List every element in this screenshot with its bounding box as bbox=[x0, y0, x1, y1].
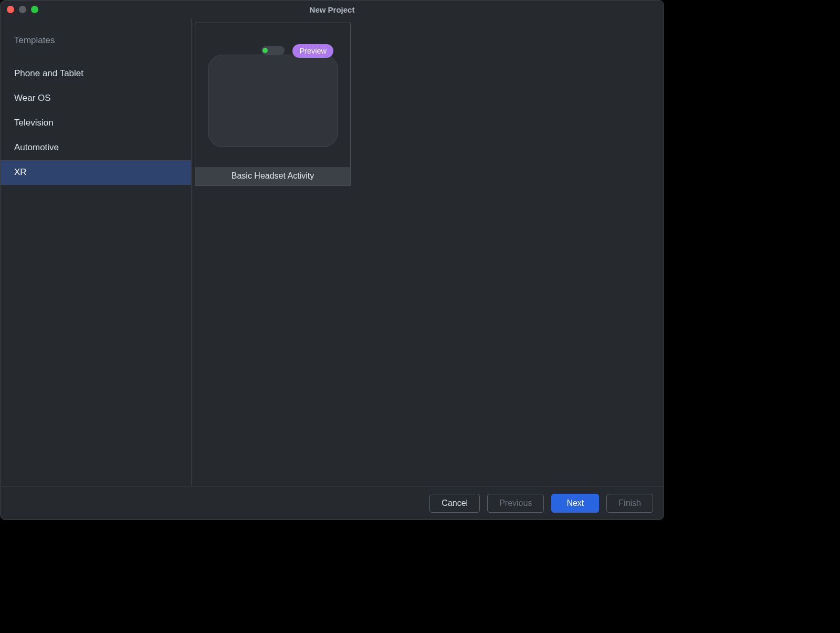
sidebar-item-phone-and-tablet[interactable]: Phone and Tablet bbox=[1, 61, 191, 86]
template-category-sidebar: Templates Phone and Tablet Wear OS Telev… bbox=[1, 18, 192, 486]
new-project-dialog: New Project Templates Phone and Tablet W… bbox=[0, 0, 664, 520]
sidebar-item-label: XR bbox=[14, 167, 27, 177]
window-controls bbox=[7, 6, 38, 13]
maximize-window-button[interactable] bbox=[31, 6, 38, 13]
dialog-footer: Cancel Previous Next Finish bbox=[1, 486, 664, 520]
sidebar-item-label: Phone and Tablet bbox=[14, 68, 83, 78]
titlebar: New Project bbox=[1, 1, 664, 18]
sidebar-item-xr[interactable]: XR bbox=[1, 160, 191, 185]
previous-button[interactable]: Previous bbox=[487, 494, 544, 513]
close-window-button[interactable] bbox=[7, 6, 14, 13]
status-dot-icon bbox=[262, 48, 268, 53]
sidebar-item-television[interactable]: Television bbox=[1, 111, 191, 136]
sidebar-item-label: Wear OS bbox=[14, 93, 51, 103]
dialog-content: Templates Phone and Tablet Wear OS Telev… bbox=[1, 18, 664, 486]
template-card-label: Basic Headset Activity bbox=[195, 167, 350, 185]
template-gallery: Preview Basic Headset Activity bbox=[192, 18, 664, 486]
headset-notch-icon bbox=[261, 46, 285, 55]
sidebar-item-label: Automotive bbox=[14, 142, 59, 152]
finish-button[interactable]: Finish bbox=[606, 494, 653, 513]
window-title: New Project bbox=[310, 5, 355, 14]
cancel-button[interactable]: Cancel bbox=[429, 494, 480, 513]
minimize-window-button[interactable] bbox=[19, 6, 26, 13]
headset-screen-icon bbox=[208, 55, 338, 147]
next-button[interactable]: Next bbox=[551, 494, 599, 513]
preview-badge: Preview bbox=[292, 44, 333, 58]
template-preview-image: Preview bbox=[195, 23, 350, 167]
sidebar-item-label: Television bbox=[14, 118, 54, 128]
sidebar-title: Templates bbox=[1, 35, 191, 61]
sidebar-item-automotive[interactable]: Automotive bbox=[1, 136, 191, 160]
sidebar-item-wear-os[interactable]: Wear OS bbox=[1, 86, 191, 111]
template-card-basic-headset-activity[interactable]: Preview Basic Headset Activity bbox=[195, 23, 351, 186]
